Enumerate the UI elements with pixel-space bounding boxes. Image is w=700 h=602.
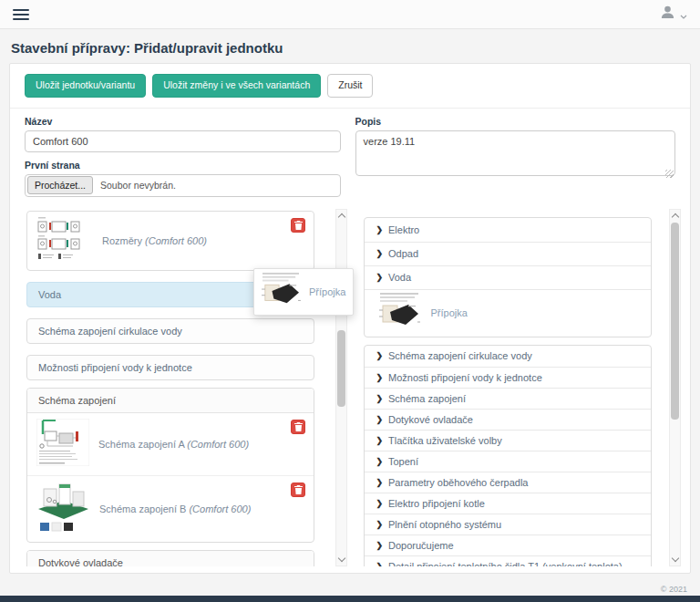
chevron-right-icon: ❯ — [376, 225, 383, 234]
dimensions-thumbnail — [36, 217, 93, 265]
accordion-row[interactable]: ❯Detail připojení teplotního čidla T1 (v… — [365, 555, 651, 566]
category-row-cirkulace[interactable]: Schéma zapojení cirkulace vody — [26, 318, 314, 344]
chevron-right-icon: ❯ — [376, 520, 383, 529]
chevron-right-icon: ❯ — [376, 436, 383, 445]
unit-form: Název První strana Procházet... Soubor n… — [10, 116, 690, 197]
page-title: Stavební přípravy: Přidat/upravit jednot… — [11, 40, 689, 56]
chevron-right-icon: ❯ — [376, 499, 383, 508]
scroll-up-icon[interactable] — [338, 213, 345, 220]
assigned-pages-panel: Rozměry (Comfort 600) Voda Schéma zapoje… — [19, 209, 347, 566]
toolbar: Uložit jednotku/variantu Uložit změny i … — [10, 64, 690, 98]
chevron-right-icon: ❯ — [376, 273, 383, 282]
chevron-right-icon: ❯ — [376, 249, 383, 258]
accordion-row[interactable]: ❯Možnosti připojení vody k jednotce — [365, 367, 651, 388]
resize-grip[interactable] — [665, 170, 674, 178]
accordion-row[interactable]: ❯Doporučujeme — [365, 535, 651, 555]
delete-button[interactable] — [291, 483, 305, 497]
description-label: Popis — [355, 116, 675, 127]
chevron-right-icon: ❯ — [376, 373, 383, 382]
accordion-row-odpad[interactable]: ❯ Odpad — [365, 242, 651, 265]
left-panel-scrollbar[interactable] — [335, 209, 347, 566]
accordion-row[interactable]: ❯Plnění otopného systému — [365, 514, 651, 535]
chevron-right-icon: ❯ — [376, 351, 383, 360]
item-label: Rozměry (Comfort 600) — [102, 235, 207, 246]
accordion-box-1: ❯ Elektro ❯ Odpad ❯ Voda — [364, 217, 652, 337]
accordion-row[interactable]: ❯Schéma zapojení cirkulace vody — [365, 346, 651, 367]
name-input[interactable] — [25, 130, 341, 152]
first-page-label: První strana — [25, 160, 341, 171]
description-textarea[interactable]: verze 19.11 — [355, 130, 675, 176]
scroll-down-icon[interactable] — [338, 554, 345, 561]
menu-icon[interactable] — [13, 6, 29, 23]
available-pages-panel: ❯ Elektro ❯ Odpad ❯ Voda — [358, 209, 681, 566]
chevron-right-icon: ❯ — [376, 478, 383, 487]
accordion-row[interactable]: ❯Dotykové ovladače — [365, 409, 651, 430]
delete-button[interactable] — [291, 218, 305, 233]
copyright-text: © 2021 — [9, 574, 691, 594]
accordion-row-elektro[interactable]: ❯ Elektro — [365, 218, 651, 242]
save-all-variants-button[interactable]: Uložit změny i ve všech variantách — [152, 74, 321, 98]
file-status-text: Soubor nevybrán. — [100, 180, 176, 191]
group-schema-zapojeni: Schéma zapojení — [26, 388, 314, 543]
right-panel-scrollbar[interactable] — [669, 209, 681, 566]
delete-button[interactable] — [291, 420, 305, 434]
chevron-down-icon — [680, 6, 687, 23]
category-row-moznosti[interactable]: Možnosti připojení vody k jednotce — [26, 355, 314, 380]
group-dotykove-ovladace: Dotykové ovladače Dotyková deska — [26, 550, 314, 566]
accordion-row[interactable]: ❯Topení — [365, 451, 651, 472]
accordion-row-voda[interactable]: ❯ Voda — [365, 265, 651, 289]
item-label: Schéma zapojení B (Comfort 600) — [99, 503, 251, 514]
connector-thumbnail — [260, 272, 302, 312]
content-card: Uložit jednotku/variantu Uložit změny i … — [9, 63, 691, 574]
scroll-up-icon[interactable] — [672, 213, 679, 220]
item-card-rozmery[interactable]: Rozměry (Comfort 600) — [26, 211, 314, 271]
name-label: Název — [25, 116, 341, 127]
scroll-down-icon[interactable] — [672, 554, 679, 561]
connector-thumbnail — [377, 292, 421, 334]
divider — [10, 108, 690, 109]
browse-button[interactable]: Procházet... — [27, 176, 93, 194]
drag-ghost-pripojka[interactable]: Přípojka — [253, 268, 354, 316]
item-card-schema-a[interactable]: Schéma zapojení A (Comfort 600) — [27, 413, 314, 475]
first-page-file-field: Procházet... Soubor nevybrán. — [25, 174, 341, 197]
chevron-right-icon: ❯ — [376, 541, 383, 550]
user-avatar-icon — [660, 5, 675, 24]
accordion-row[interactable]: ❯Elektro připojení kotle — [365, 493, 651, 514]
accordion-row[interactable]: ❯Parametry oběhového čerpadla — [365, 472, 651, 493]
chevron-right-icon: ❯ — [376, 415, 383, 424]
scrollbar-thumb[interactable] — [337, 330, 345, 407]
group-header[interactable]: Dotykové ovladače — [27, 551, 314, 566]
draggable-item-pripojka[interactable]: Přípojka — [365, 289, 651, 337]
bottom-bar — [0, 596, 700, 602]
chevron-right-icon: ❯ — [376, 394, 383, 403]
render-b-thumbnail — [36, 482, 90, 536]
item-card-schema-b[interactable]: Schéma zapojení B (Comfort 600) — [27, 475, 314, 542]
chevron-right-icon: ❯ — [376, 457, 383, 466]
save-unit-variant-button[interactable]: Uložit jednotku/variantu — [25, 74, 146, 98]
scrollbar-thumb[interactable] — [671, 223, 679, 420]
cancel-button[interactable]: Zrušit — [327, 74, 373, 98]
user-menu[interactable] — [660, 5, 687, 24]
accordion-box-2: ❯Schéma zapojení cirkulace vody ❯Možnost… — [364, 345, 652, 566]
accordion-row[interactable]: ❯Tlačítka uživatelské volby — [365, 430, 651, 451]
chevron-right-icon: ❯ — [376, 562, 383, 566]
accordion-row[interactable]: ❯Schéma zapojení — [365, 388, 651, 409]
top-navbar — [0, 0, 700, 29]
item-label: Schéma zapojení A (Comfort 600) — [98, 439, 249, 450]
diagram-a-thumbnail — [36, 419, 89, 470]
group-header[interactable]: Schéma zapojení — [27, 389, 314, 413]
